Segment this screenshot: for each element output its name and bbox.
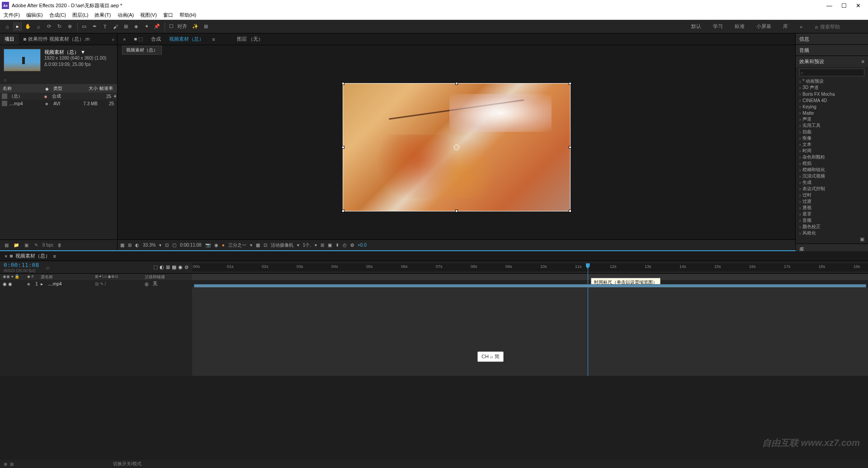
- views-select[interactable]: 1个.: [303, 242, 311, 248]
- region-icon[interactable]: ◉: [214, 243, 218, 248]
- project-item-video[interactable]: ....mp4 ■ AVI 7.3 MB 25: [0, 100, 117, 107]
- menu-view[interactable]: 视图(V): [140, 12, 157, 19]
- snapshot-icon[interactable]: 📷: [205, 243, 211, 248]
- col-type[interactable]: 类型: [53, 85, 79, 92]
- minimize-button[interactable]: —: [826, 2, 832, 9]
- menu-animation[interactable]: 动画(A): [118, 12, 134, 19]
- grid-icon[interactable]: ⊞: [128, 243, 132, 248]
- effects-category[interactable]: CINEMA 4D: [796, 97, 868, 103]
- mask-icon[interactable]: ◐: [135, 243, 139, 248]
- timeline-tab-name[interactable]: 视频素材（总）: [15, 253, 50, 259]
- preview-image[interactable]: [343, 83, 571, 211]
- home-tool[interactable]: ⌂: [3, 22, 12, 31]
- workspace-standard[interactable]: 标准: [732, 21, 747, 32]
- workspace-learn[interactable]: 学习: [710, 21, 726, 32]
- effects-category[interactable]: 过渡: [796, 198, 868, 205]
- tl-btn-2[interactable]: ◐: [160, 264, 164, 270]
- effect-controls-tab[interactable]: 效果控件 视频素材（总）.m: [19, 33, 94, 45]
- orbit-tool[interactable]: ⟳: [44, 22, 53, 31]
- col-tag[interactable]: ◆: [45, 86, 53, 91]
- audio-panel-title[interactable]: 音频: [796, 45, 868, 56]
- effects-category[interactable]: 透视: [796, 205, 868, 211]
- hand-tool[interactable]: ✋: [24, 22, 33, 31]
- workspace-default[interactable]: 默认: [689, 21, 704, 32]
- composition-thumbnail[interactable]: [4, 49, 41, 71]
- tl-btn-4[interactable]: ▦: [172, 264, 176, 270]
- effects-category[interactable]: 扭曲: [796, 129, 868, 135]
- toggle-icon-2[interactable]: ⊞: [10, 462, 14, 467]
- shape-tool[interactable]: ▭: [80, 22, 89, 31]
- close-button[interactable]: ✕: [856, 2, 861, 9]
- parent-header[interactable]: 父级和链接: [145, 274, 185, 280]
- anchor-tool[interactable]: ⊕: [65, 22, 74, 31]
- info-panel-title[interactable]: 信息: [796, 33, 868, 44]
- layer-row[interactable]: ◉ ◉ ■ 1 ▸ ....mp4 ⊞ ✎ / ◎ 无: [0, 280, 868, 287]
- effects-search-input[interactable]: [799, 69, 864, 76]
- workspace-small[interactable]: 小屏幕: [754, 21, 774, 32]
- clone-tool[interactable]: ⊞: [121, 22, 130, 31]
- magnify-icon[interactable]: ▦: [120, 243, 124, 248]
- 3d-icon[interactable]: ⊡: [264, 243, 267, 248]
- brush-tool[interactable]: 🖌: [111, 22, 120, 31]
- pixel-icon[interactable]: ⊞: [321, 243, 324, 248]
- switches-label[interactable]: 切换开关/模式: [113, 461, 142, 467]
- trash-button[interactable]: 🗑: [56, 242, 63, 249]
- col-name[interactable]: 名称: [0, 85, 45, 92]
- layer-tab[interactable]: 图层 （无）: [234, 36, 266, 42]
- pen-tool[interactable]: ✒: [90, 22, 99, 31]
- exposure-value[interactable]: +0.0: [358, 243, 367, 248]
- new-comp-button[interactable]: ▣: [23, 242, 30, 249]
- menu-layer[interactable]: 图层(L): [72, 12, 88, 19]
- tl-btn-6[interactable]: ⊘: [184, 264, 189, 270]
- comp-tab-name[interactable]: 视频素材（总）: [166, 36, 207, 42]
- viewer-time[interactable]: 0:00:11:08: [180, 243, 201, 248]
- current-time[interactable]: 0:00:11:08: [4, 262, 39, 268]
- puppet-tool[interactable]: 📌: [152, 22, 161, 31]
- color-icon[interactable]: ●: [222, 243, 225, 248]
- effects-category[interactable]: 风格化: [796, 230, 868, 236]
- toggle-icon-1[interactable]: ⊕: [4, 462, 7, 467]
- tl-btn-5[interactable]: ◉: [178, 264, 183, 270]
- project-tab[interactable]: 项目: [0, 33, 19, 45]
- reset-exposure-icon[interactable]: ✿: [350, 243, 354, 248]
- viewer[interactable]: [118, 55, 795, 239]
- workspace-library[interactable]: 库: [780, 21, 791, 32]
- help-search-input[interactable]: [820, 24, 865, 29]
- interpret-button[interactable]: ▦: [3, 242, 10, 249]
- new-bin-icon[interactable]: ▣: [796, 236, 868, 243]
- resolution-select[interactable]: 三分之一: [228, 242, 246, 248]
- camera-select[interactable]: 活动摄像机: [271, 242, 293, 248]
- project-search-input[interactable]: [4, 77, 113, 82]
- timeline-search-input[interactable]: [46, 264, 73, 271]
- effects-category[interactable]: 时间: [796, 148, 868, 154]
- time-ruler[interactable]: :00s01s02s03s04s05s06s07s08s09s10s11s12s…: [192, 263, 868, 271]
- effects-category[interactable]: * 动画预设: [796, 78, 868, 84]
- maximize-button[interactable]: ☐: [841, 2, 847, 9]
- magic-tool[interactable]: ✨: [191, 22, 200, 31]
- effects-category[interactable]: 生成: [796, 179, 868, 186]
- comp-menu[interactable]: ≡: [209, 37, 217, 42]
- effects-category[interactable]: 文本: [796, 141, 868, 148]
- zoom-tool[interactable]: ⌕: [34, 22, 43, 31]
- folder-button[interactable]: 📁: [13, 242, 20, 249]
- flowchart-icon[interactable]: ◴: [343, 243, 347, 248]
- fast-icon[interactable]: ▣: [328, 243, 332, 248]
- effects-category[interactable]: 表达式控制: [796, 186, 868, 192]
- effects-category[interactable]: 实用工具: [796, 122, 868, 129]
- col-size[interactable]: 大小: [79, 85, 98, 92]
- comp-breadcrumb[interactable]: 视频素材（总）: [122, 46, 162, 55]
- layer-parent[interactable]: 无: [153, 281, 185, 287]
- workspace-more[interactable]: »: [797, 22, 805, 31]
- anchor-point-icon[interactable]: [454, 145, 459, 150]
- effects-category[interactable]: 遮罩: [796, 211, 868, 217]
- effects-category[interactable]: 音频: [796, 217, 868, 224]
- effects-category[interactable]: Boris FX Mocha: [796, 91, 868, 97]
- effects-category[interactable]: 抠像: [796, 135, 868, 141]
- snap-toggle[interactable]: ☐: [167, 22, 176, 31]
- project-item-comp[interactable]: （总） ■ 合成 25 ⚘: [0, 93, 117, 100]
- rotation-tool[interactable]: ↻: [55, 22, 64, 31]
- effects-panel-title[interactable]: 效果和预设≡: [796, 56, 868, 67]
- effects-category[interactable]: 杂色和颗粒: [796, 154, 868, 160]
- zoom-value[interactable]: 33.3%: [143, 243, 156, 248]
- menu-effect[interactable]: 效果(T): [94, 12, 111, 19]
